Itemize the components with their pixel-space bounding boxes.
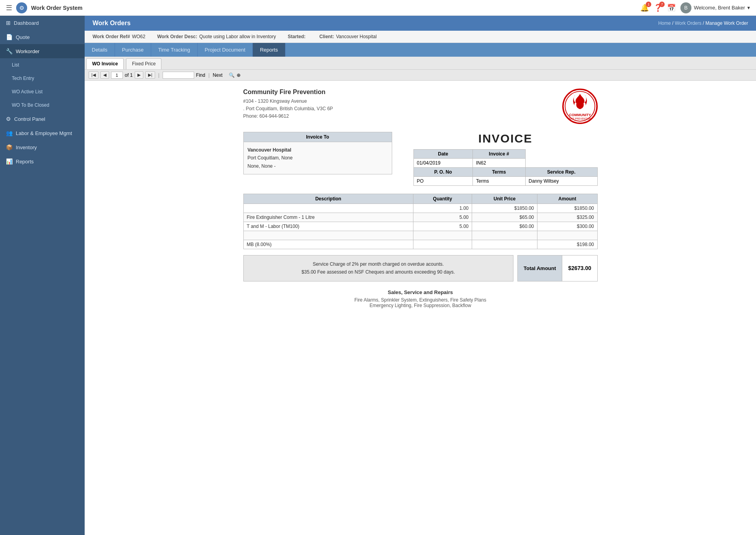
sub-tab-fixed-price[interactable]: Fixed Price [126,58,161,69]
sidebar-item-control-panel[interactable]: ⚙ Control Panel [0,112,85,126]
calendar-icon[interactable]: 📅 [667,4,676,12]
wo-ref-label: Work Order Ref# [93,34,130,39]
col-description: Description [243,194,413,204]
tab-time-tracking[interactable]: Time Tracking [151,43,198,57]
date-value: 01/04/2019 [413,159,473,168]
invoice-to-header: Invoice To [244,132,392,142]
item-qty-4 [413,240,472,249]
svg-text:FIRE PREVENTION: FIRE PREVENTION [569,117,591,120]
wo-info-bar: Work Order Ref# WO62 Work Order Desc: Qu… [85,31,756,43]
sub-tab-wo-invoice[interactable]: WO Invoice [86,58,124,69]
sidebar-label-workorder: Workorder [16,48,39,54]
app-logo: ⚙ [16,2,27,13]
item-desc-0 [243,204,413,213]
breadcrumb-work-orders[interactable]: Work Orders [675,20,702,26]
breadcrumb-current: Manage Work Order [706,20,749,26]
sidebar-label-wo-active-list: WO Active List [12,89,43,94]
sidebar-item-list[interactable]: List [0,58,85,72]
breadcrumb: Home / Work Orders / Manage Work Order [658,20,748,26]
total-value: $2673.00 [562,255,597,281]
sidebar-item-labor-employee[interactable]: 👥 Labor & Employee Mgmt [0,126,85,140]
col-amount: Amount [537,194,597,204]
wo-client: Client: Vancouver Hospital [319,34,377,39]
pagination-next-btn[interactable]: ▶ [135,71,143,79]
item-qty-2: 5.00 [413,222,472,231]
quote-icon: 📄 [6,34,13,40]
total-box: Total Amount $2673.00 [517,255,598,281]
item-price-4 [472,240,537,249]
company-header: Community Fire Prevention #104 - 1320 Ki… [243,89,598,124]
pagination-search-input[interactable] [163,72,194,79]
item-amount-2: $300.00 [537,222,597,231]
item-qty-1: 5.00 [413,213,472,222]
tab-details[interactable]: Details [85,43,115,57]
sidebar-item-workorder[interactable]: 🔧 Workorder [0,44,85,58]
col-quantity: Quantity [413,194,472,204]
total-label: Total Amount [518,255,562,281]
sidebar-item-wo-active-list[interactable]: WO Active List [0,85,85,98]
hamburger-icon[interactable]: ☰ [6,4,12,12]
service-charge-line2: $35.00 Fee assessed on NSF Cheques and a… [250,268,507,276]
invoice-meta-table: Date Invoice # 01/04/2019 IN62 P. O. No … [413,149,598,186]
item-price-2: $60.00 [472,222,537,231]
sidebar-item-dashboard[interactable]: ⊞ Dashboard [0,16,85,30]
wo-client-value: Vancouver Hospital [336,34,376,39]
tab-project-document[interactable]: Project Document [198,43,253,57]
item-amount-1: $325.00 [537,213,597,222]
user-name: Welcome, Brent Baker [694,5,745,11]
sidebar-item-tech-entry[interactable]: Tech Entry [0,72,85,85]
invoice-right: INVOICE Date Invoice # 01/04/2019 IN62 [413,132,598,186]
sidebar-label-quote: Quote [16,34,30,40]
tab-purchase[interactable]: Purchase [115,43,151,57]
help-icon[interactable]: ❓ 7 [654,4,662,12]
user-menu[interactable]: B Welcome, Brent Baker ▾ [680,2,750,13]
po-header: P. O. No [413,168,473,177]
pagination-icon2[interactable]: ⊕ [237,72,241,78]
wo-desc: Work Order Desc: Quote using Labor allow… [157,34,276,39]
pagination-of: of 1 [125,72,133,78]
sidebar-item-wo-to-be-closed[interactable]: WO To Be Closed [0,98,85,112]
header-left: ☰ ⚙ Work Order System [6,2,82,13]
terms-value: Terms [473,177,526,186]
item-desc-2: T and M - Labor (TM100) [243,222,413,231]
invoice-to-body: Vancouver Hospital Port Coquitlam, None … [244,142,392,174]
invoice-to-box: Invoice To Vancouver Hospital Port Coqui… [243,132,392,174]
sidebar-label-wo-to-be-closed: WO To Be Closed [12,102,49,108]
pagination-first[interactable]: |◀ [89,71,98,79]
item-qty-3 [413,231,472,240]
sub-tabs: WO Invoice Fixed Price [85,57,756,70]
footer-title: Sales, Service and Repairs [243,289,598,295]
page-title: Work Orders [93,20,131,27]
pagination-find-label: Find [196,72,205,78]
item-amount-3 [537,231,597,240]
sidebar-label-list: List [12,62,19,68]
item-amount-4: $198.00 [537,240,597,249]
dashboard-icon: ⊞ [6,20,11,26]
table-row [243,231,597,240]
wo-client-label: Client: [319,34,334,39]
pagination-page-input[interactable] [111,72,123,79]
item-price-3 [472,231,537,240]
item-qty-0: 1.00 [413,204,472,213]
table-row: T and M - Labor (TM100) 5.00 $60.00 $300… [243,222,597,231]
company-phone: Phone: 604-944-9612 [243,113,333,120]
svg-text:COMMUNITY: COMMUNITY [569,113,591,117]
notification-icon[interactable]: 🔔 1 [640,4,649,12]
company-logo: COMMUNITY FIRE PREVENTION [562,89,598,124]
sidebar-label-control-panel: Control Panel [14,116,45,122]
tab-reports[interactable]: Reports [253,43,285,57]
app-body: ⊞ Dashboard 📄 Quote 🔧 Workorder List Tec… [0,16,756,535]
pagination-icon1[interactable]: 🔍 [229,72,235,78]
sidebar-item-inventory[interactable]: 📦 Inventory [0,140,85,154]
sidebar-item-quote[interactable]: 📄 Quote [0,30,85,44]
sidebar-label-labor-employee: Labor & Employee Mgmt [16,130,72,136]
pagination-last[interactable]: ▶| [145,71,155,79]
breadcrumb-home[interactable]: Home [658,20,671,26]
pagination-prev[interactable]: ◀ [100,71,109,79]
reports-icon: 📊 [6,158,13,165]
terms-header: Terms [473,168,526,177]
wo-desc-value: Quote using Labor allow in Inventory [199,34,276,39]
sidebar-item-reports[interactable]: 📊 Reports [0,154,85,168]
service-charge-box: Service Charge of 2% per month charged o… [243,255,513,281]
client-addr2: None, None - [248,162,388,170]
